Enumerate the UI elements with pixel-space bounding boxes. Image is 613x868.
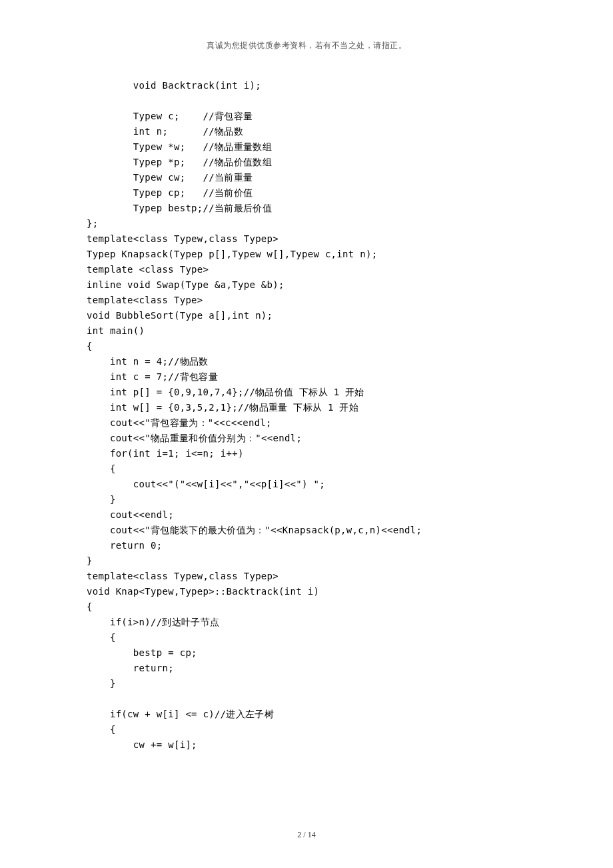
document-page: 真诚为您提供优质参考资料，若有不当之处，请指正。 void Backtrack(… <box>0 0 613 868</box>
page-footer: 2 / 14 <box>0 830 613 840</box>
code-block: void Backtrack(int i); Typew c; //背包容量 i… <box>87 78 526 753</box>
page-header: 真诚为您提供优质参考资料，若有不当之处，请指正。 <box>87 40 526 51</box>
